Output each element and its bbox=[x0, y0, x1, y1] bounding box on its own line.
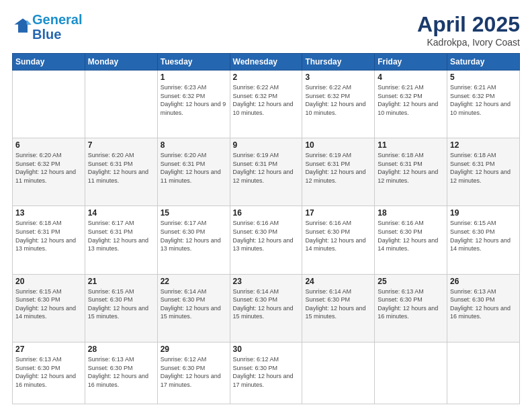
calendar-header-row: SundayMondayTuesdayWednesdayThursdayFrid… bbox=[13, 54, 520, 71]
day-info: Sunrise: 6:14 AM Sunset: 6:30 PM Dayligh… bbox=[233, 287, 300, 321]
day-number: 28 bbox=[88, 345, 154, 354]
calendar-day-header: Monday bbox=[85, 54, 157, 71]
day-info: Sunrise: 6:19 AM Sunset: 6:31 PM Dayligh… bbox=[305, 151, 371, 185]
calendar-cell: 20Sunrise: 6:15 AM Sunset: 6:30 PM Dayli… bbox=[13, 274, 85, 342]
day-number: 14 bbox=[88, 208, 154, 218]
day-number: 29 bbox=[161, 345, 227, 354]
day-number: 24 bbox=[305, 277, 371, 286]
day-info: Sunrise: 6:12 AM Sunset: 6:30 PM Dayligh… bbox=[233, 355, 300, 389]
day-number: 5 bbox=[450, 73, 517, 82]
day-number: 22 bbox=[161, 277, 227, 286]
calendar-cell: 26Sunrise: 6:13 AM Sunset: 6:30 PM Dayli… bbox=[447, 274, 520, 342]
calendar-cell: 7Sunrise: 6:20 AM Sunset: 6:31 PM Daylig… bbox=[85, 138, 157, 206]
day-info: Sunrise: 6:20 AM Sunset: 6:31 PM Dayligh… bbox=[88, 151, 154, 185]
day-info: Sunrise: 6:17 AM Sunset: 6:30 PM Dayligh… bbox=[161, 219, 227, 253]
calendar-cell bbox=[375, 342, 447, 404]
calendar-cell: 28Sunrise: 6:13 AM Sunset: 6:30 PM Dayli… bbox=[85, 342, 157, 404]
day-number: 20 bbox=[15, 277, 82, 286]
day-number: 21 bbox=[88, 277, 154, 286]
calendar-cell bbox=[302, 342, 375, 404]
day-number: 8 bbox=[161, 140, 227, 150]
calendar-cell: 30Sunrise: 6:12 AM Sunset: 6:30 PM Dayli… bbox=[230, 342, 302, 404]
calendar-cell bbox=[85, 71, 157, 138]
calendar-cell: 12Sunrise: 6:18 AM Sunset: 6:31 PM Dayli… bbox=[447, 138, 520, 206]
calendar-cell: 5Sunrise: 6:21 AM Sunset: 6:32 PM Daylig… bbox=[447, 71, 520, 138]
day-number: 23 bbox=[233, 277, 300, 286]
page: General Blue April 2025 Kadrokpa, Ivory … bbox=[0, 0, 532, 411]
calendar-cell: 16Sunrise: 6:16 AM Sunset: 6:30 PM Dayli… bbox=[230, 206, 302, 274]
calendar-day-header: Saturday bbox=[447, 54, 520, 71]
day-number: 17 bbox=[305, 208, 371, 218]
day-number: 18 bbox=[378, 208, 444, 218]
day-info: Sunrise: 6:16 AM Sunset: 6:30 PM Dayligh… bbox=[378, 219, 444, 253]
calendar-cell: 8Sunrise: 6:20 AM Sunset: 6:31 PM Daylig… bbox=[157, 138, 230, 206]
svg-marker-1 bbox=[27, 20, 32, 25]
logo-icon bbox=[13, 16, 32, 35]
calendar-cell: 9Sunrise: 6:19 AM Sunset: 6:31 PM Daylig… bbox=[230, 138, 302, 206]
title-block: April 2025 Kadrokpa, Ivory Coast bbox=[417, 12, 520, 48]
calendar-cell: 27Sunrise: 6:13 AM Sunset: 6:30 PM Dayli… bbox=[13, 342, 85, 404]
day-number: 1 bbox=[161, 73, 227, 82]
calendar-cell: 17Sunrise: 6:16 AM Sunset: 6:30 PM Dayli… bbox=[302, 206, 375, 274]
day-info: Sunrise: 6:23 AM Sunset: 6:32 PM Dayligh… bbox=[161, 83, 227, 117]
calendar-cell: 11Sunrise: 6:18 AM Sunset: 6:31 PM Dayli… bbox=[375, 138, 447, 206]
logo-line2: Blue bbox=[32, 27, 61, 42]
day-number: 25 bbox=[378, 277, 444, 286]
calendar-cell: 29Sunrise: 6:12 AM Sunset: 6:30 PM Dayli… bbox=[157, 342, 230, 404]
day-number: 3 bbox=[305, 73, 371, 82]
day-info: Sunrise: 6:13 AM Sunset: 6:30 PM Dayligh… bbox=[378, 287, 444, 321]
day-info: Sunrise: 6:13 AM Sunset: 6:30 PM Dayligh… bbox=[15, 355, 82, 389]
svg-marker-0 bbox=[14, 19, 31, 33]
day-info: Sunrise: 6:15 AM Sunset: 6:30 PM Dayligh… bbox=[450, 219, 517, 253]
subtitle: Kadrokpa, Ivory Coast bbox=[417, 37, 520, 48]
day-number: 4 bbox=[378, 73, 444, 82]
day-info: Sunrise: 6:16 AM Sunset: 6:30 PM Dayligh… bbox=[233, 219, 300, 253]
day-info: Sunrise: 6:20 AM Sunset: 6:31 PM Dayligh… bbox=[161, 151, 227, 185]
day-number: 12 bbox=[450, 140, 517, 150]
calendar-cell: 19Sunrise: 6:15 AM Sunset: 6:30 PM Dayli… bbox=[447, 206, 520, 274]
calendar-cell: 6Sunrise: 6:20 AM Sunset: 6:32 PM Daylig… bbox=[13, 138, 85, 206]
day-info: Sunrise: 6:18 AM Sunset: 6:31 PM Dayligh… bbox=[15, 219, 82, 253]
day-info: Sunrise: 6:22 AM Sunset: 6:32 PM Dayligh… bbox=[305, 83, 371, 117]
day-info: Sunrise: 6:19 AM Sunset: 6:31 PM Dayligh… bbox=[233, 151, 300, 185]
day-number: 10 bbox=[305, 140, 371, 150]
day-info: Sunrise: 6:14 AM Sunset: 6:30 PM Dayligh… bbox=[161, 287, 227, 321]
day-info: Sunrise: 6:15 AM Sunset: 6:30 PM Dayligh… bbox=[15, 287, 82, 321]
calendar-cell: 3Sunrise: 6:22 AM Sunset: 6:32 PM Daylig… bbox=[302, 71, 375, 138]
calendar-cell: 23Sunrise: 6:14 AM Sunset: 6:30 PM Dayli… bbox=[230, 274, 302, 342]
day-info: Sunrise: 6:13 AM Sunset: 6:30 PM Dayligh… bbox=[88, 355, 154, 389]
calendar-cell bbox=[13, 71, 85, 138]
logo-line1: General bbox=[32, 12, 82, 27]
day-info: Sunrise: 6:21 AM Sunset: 6:32 PM Dayligh… bbox=[450, 83, 517, 117]
calendar-cell: 2Sunrise: 6:22 AM Sunset: 6:32 PM Daylig… bbox=[230, 71, 302, 138]
calendar-day-header: Sunday bbox=[13, 54, 85, 71]
calendar-cell: 25Sunrise: 6:13 AM Sunset: 6:30 PM Dayli… bbox=[375, 274, 447, 342]
calendar-cell: 22Sunrise: 6:14 AM Sunset: 6:30 PM Dayli… bbox=[157, 274, 230, 342]
day-number: 19 bbox=[450, 208, 517, 218]
day-info: Sunrise: 6:20 AM Sunset: 6:32 PM Dayligh… bbox=[15, 151, 82, 185]
main-title: April 2025 bbox=[417, 12, 520, 37]
day-number: 16 bbox=[233, 208, 300, 218]
day-info: Sunrise: 6:14 AM Sunset: 6:30 PM Dayligh… bbox=[305, 287, 371, 321]
calendar-cell: 18Sunrise: 6:16 AM Sunset: 6:30 PM Dayli… bbox=[375, 206, 447, 274]
calendar-day-header: Wednesday bbox=[230, 54, 302, 71]
calendar-day-header: Tuesday bbox=[157, 54, 230, 71]
calendar-cell: 14Sunrise: 6:17 AM Sunset: 6:31 PM Dayli… bbox=[85, 206, 157, 274]
day-info: Sunrise: 6:21 AM Sunset: 6:32 PM Dayligh… bbox=[378, 83, 444, 117]
day-number: 9 bbox=[233, 140, 300, 150]
day-info: Sunrise: 6:22 AM Sunset: 6:32 PM Dayligh… bbox=[233, 83, 300, 117]
day-number: 26 bbox=[450, 277, 517, 286]
calendar-cell: 21Sunrise: 6:15 AM Sunset: 6:30 PM Dayli… bbox=[85, 274, 157, 342]
day-number: 27 bbox=[15, 345, 82, 354]
day-info: Sunrise: 6:15 AM Sunset: 6:30 PM Dayligh… bbox=[88, 287, 154, 321]
logo: General Blue bbox=[12, 12, 82, 42]
calendar-cell: 13Sunrise: 6:18 AM Sunset: 6:31 PM Dayli… bbox=[13, 206, 85, 274]
day-number: 30 bbox=[233, 345, 300, 354]
calendar-cell bbox=[447, 342, 520, 404]
day-info: Sunrise: 6:13 AM Sunset: 6:30 PM Dayligh… bbox=[450, 287, 517, 321]
day-info: Sunrise: 6:18 AM Sunset: 6:31 PM Dayligh… bbox=[378, 151, 444, 185]
calendar-cell: 24Sunrise: 6:14 AM Sunset: 6:30 PM Dayli… bbox=[302, 274, 375, 342]
day-number: 7 bbox=[88, 140, 154, 150]
day-number: 13 bbox=[15, 208, 82, 218]
calendar-table: SundayMondayTuesdayWednesdayThursdayFrid… bbox=[12, 53, 520, 404]
